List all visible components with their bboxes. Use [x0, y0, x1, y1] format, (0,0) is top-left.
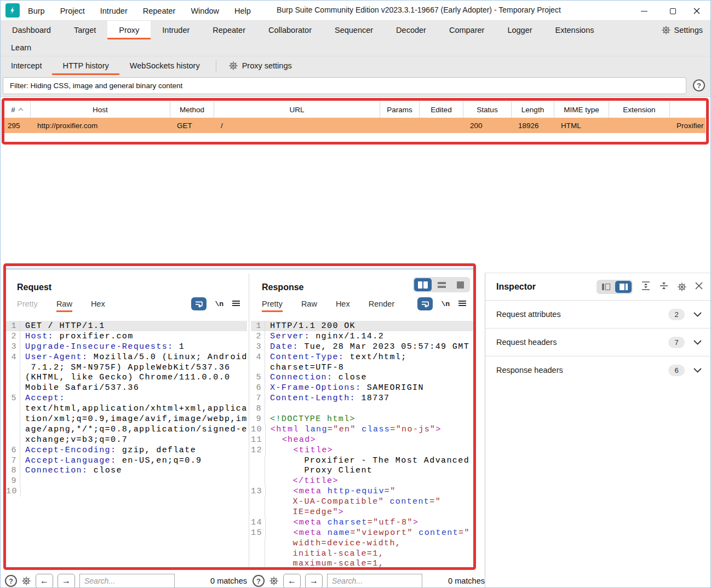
inspector-close-icon[interactable] [695, 282, 703, 292]
gear-icon[interactable] [269, 576, 279, 586]
layout-rows-button[interactable] [433, 278, 450, 291]
tab-repeater[interactable]: Repeater [201, 21, 257, 39]
editor-line: Mobile Safari/537.36 [6, 383, 247, 393]
menu-burp[interactable]: Burp [20, 7, 53, 15]
request-editor[interactable]: 1GET / HTTP/1.12Host: proxifier.com3Upgr… [6, 321, 247, 567]
editor-menu-icon[interactable] [458, 299, 467, 309]
previous-match-button[interactable]: ← [36, 574, 53, 588]
menu-repeater[interactable]: Repeater [135, 7, 184, 15]
tab-proxy[interactable]: Proxy [107, 21, 151, 39]
next-match-button[interactable]: → [305, 574, 323, 588]
column-header-length[interactable]: Length [512, 101, 554, 118]
subtab-intercept[interactable]: Intercept [1, 56, 52, 75]
burp-logo-icon [5, 3, 20, 18]
show-newlines-icon[interactable]: \n [441, 300, 450, 308]
menu-project[interactable]: Project [53, 7, 93, 15]
editor-line: 6X-Frame-Options: SAMEORIGIN [251, 383, 473, 393]
search-input[interactable] [79, 574, 175, 588]
inspector-section-response-headers[interactable]: Response headers6 [485, 356, 710, 384]
maximize-button[interactable] [663, 4, 682, 18]
word-wrap-toggle-icon[interactable] [191, 297, 207, 310]
column-header-url[interactable]: URL [214, 101, 380, 118]
tab-dashboard[interactable]: Dashboard [1, 21, 62, 39]
code-segment [271, 435, 282, 445]
chevron-down-icon[interactable] [693, 337, 702, 347]
next-match-button[interactable]: → [58, 574, 75, 588]
tab-extensions[interactable]: Extensions [544, 21, 606, 39]
editor-menu-icon[interactable] [232, 299, 240, 309]
code-segment: tion/xml;q=0.9,image/avif,image/webp,im [25, 414, 247, 424]
dock-left-button[interactable] [598, 281, 614, 293]
editor-line: 14 <meta charset="utf-8"> [251, 517, 473, 528]
column-header-mime-type[interactable]: MIME type [554, 101, 609, 118]
collapse-all-icon[interactable] [659, 281, 669, 293]
chevron-down-icon[interactable] [693, 309, 702, 319]
chevron-down-icon[interactable] [693, 365, 702, 375]
code-segment: Proxy Client [270, 466, 372, 475]
tab-proxy-settings[interactable]: Proxy settings [222, 56, 299, 75]
split-pane-divider[interactable] [6, 268, 473, 270]
editor-line: 10 [6, 486, 247, 497]
menu-window[interactable]: Window [183, 7, 227, 15]
line-number [251, 549, 265, 559]
column-header-method[interactable]: Method [170, 101, 214, 118]
code-segment: http-equiv [322, 487, 384, 496]
search-help-icon[interactable]: ? [253, 575, 265, 587]
tab-logger[interactable]: Logger [496, 21, 543, 39]
column-header-status[interactable]: Status [463, 101, 512, 118]
tab-learn[interactable]: Learn [1, 43, 42, 52]
column-header-extension[interactable]: Extension [609, 101, 670, 118]
tab-target[interactable]: Target [62, 21, 107, 39]
inspector-section-request-attributes[interactable]: Request attributes2 [485, 300, 710, 328]
gear-icon[interactable] [677, 282, 687, 292]
code-segment: SAMEORIGIN [361, 383, 423, 393]
search-input[interactable] [327, 574, 422, 588]
layout-columns-button[interactable] [414, 278, 432, 291]
previous-match-button[interactable]: ← [283, 574, 301, 588]
tab-pretty[interactable]: Pretty [17, 296, 38, 312]
code-segment: initial-scale=1, [293, 549, 384, 558]
editor-line: (KHTML, like Gecko) Chrome/111.0.0.0 [6, 372, 247, 383]
line-number: 11 [251, 435, 266, 445]
tab-settings[interactable]: Settings [653, 21, 710, 39]
code-segment: =" [458, 528, 470, 538]
tab-sequencer[interactable]: Sequencer [323, 21, 385, 39]
dock-right-button[interactable] [615, 281, 632, 293]
gear-icon[interactable] [21, 576, 31, 586]
tab-comparer[interactable]: Comparer [438, 21, 496, 39]
tab-raw[interactable]: Raw [56, 296, 72, 312]
tab-intruder[interactable]: Intruder [151, 21, 201, 39]
column-header-blank[interactable]: # [4, 101, 31, 118]
word-wrap-toggle-icon[interactable] [417, 297, 433, 310]
tab-hex[interactable]: Hex [336, 296, 350, 312]
show-newlines-icon[interactable]: \n [215, 300, 223, 308]
request-response-divider[interactable] [249, 274, 249, 567]
tab-collaborator[interactable]: Collaborator [257, 21, 323, 39]
subtab-http-history[interactable]: HTTP history [52, 56, 119, 75]
column-header-blank[interactable] [670, 101, 706, 118]
search-help-icon[interactable]: ? [5, 575, 17, 587]
filter-bar[interactable]: Filter: Hiding CSS, image and general bi… [3, 77, 686, 94]
tab-pretty[interactable]: Pretty [262, 296, 283, 312]
menu-intruder[interactable]: Intruder [93, 7, 135, 15]
column-header-params[interactable]: Params [380, 101, 420, 118]
layout-single-button[interactable] [451, 278, 469, 291]
help-icon[interactable]: ? [693, 79, 705, 91]
response-editor[interactable]: 1HTTP/1.1 200 OK2Server: nginx/1.14.23Da… [251, 321, 473, 567]
close-button[interactable] [687, 4, 706, 18]
column-header-edited[interactable]: Edited [420, 101, 463, 118]
tab-render[interactable]: Render [369, 296, 395, 312]
tab-raw[interactable]: Raw [301, 296, 317, 312]
minimize-button[interactable] [635, 4, 653, 18]
table-row[interactable]: 295http://proxifier.comGET/20018926HTMLP… [4, 118, 706, 133]
subtab-websockets-history[interactable]: WebSockets history [119, 56, 210, 75]
inspector-section-request-headers[interactable]: Request headers7 [485, 328, 710, 356]
tab-hex[interactable]: Hex [91, 296, 105, 312]
code-segment: =" [385, 487, 396, 496]
column-header-host[interactable]: Host [31, 101, 170, 118]
menu-help[interactable]: Help [227, 7, 259, 15]
expand-all-icon[interactable] [641, 281, 651, 293]
tab-decoder[interactable]: Decoder [385, 21, 438, 39]
editor-line: </title> [251, 476, 473, 486]
editor-line: 7Content-Length: 18737 [251, 393, 473, 403]
